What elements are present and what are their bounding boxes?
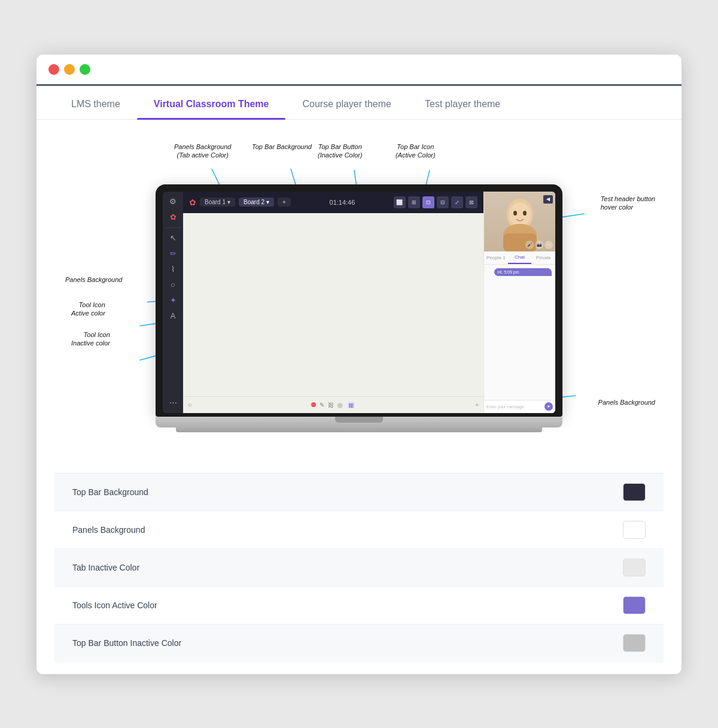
vc-bottom-left: ○	[188, 401, 192, 408]
vc-tb-btn-6: ⊠	[466, 196, 477, 208]
setting-label-tab-inactive: Tab Inactive Color	[72, 563, 139, 572]
vc-bottom-right: +	[475, 402, 479, 408]
vc-vid-icon-1: 🎤	[525, 241, 534, 249]
color-swatch-topbar-bg[interactable]	[623, 483, 646, 501]
annotation-panels-bg-left: Panels Background	[65, 275, 122, 284]
tool-cursor-icon: ↖	[166, 232, 180, 245]
svg-point-15	[513, 211, 517, 216]
setting-label-panels-bg: Panels Background	[72, 525, 145, 535]
tool-more-icon: ⋯	[166, 396, 180, 410]
tab-virtual-classroom[interactable]: Virtual Classroom Theme	[137, 86, 286, 119]
annotation-test-header: Test header buttonhover color	[601, 195, 655, 212]
vc-video-feed: ◀ 🎤 📷 ⋯	[484, 192, 555, 251]
annotation-topbar-btn-inactive1: Top Bar Button(Inactive Color)	[318, 142, 363, 160]
maximize-dot[interactable]	[80, 64, 90, 75]
titlebar	[36, 54, 682, 86]
annotation-panels-bg-tab: Panels Background(Tab active Color)	[174, 142, 231, 160]
vc-rec-dot	[311, 402, 316, 407]
annotation-tool-icon-inactive: Tool IconInactive color	[71, 330, 110, 348]
vc-tb-btn-4: ⊟	[437, 196, 449, 208]
annotation-topbar-bg: Top Bar Background	[252, 142, 312, 151]
vc-small-icon-1: +	[475, 402, 479, 408]
setting-row-topbar-btn-inactive: Top Bar Button Inactive Color	[54, 624, 664, 662]
vc-topbar-right: ⬜ ⊞ ⊡ ⊟ ⤢ ⊠	[394, 196, 477, 208]
setting-row-panels-bg: Panels Background	[54, 511, 664, 549]
vc-logo-icon: ✿	[189, 198, 196, 207]
vc-tb-btn-1: ⬜	[394, 196, 406, 208]
tool-brush-icon: ⌇	[166, 263, 180, 276]
vc-tab-people: People 1	[484, 251, 508, 264]
vc-tab-private: Private	[531, 251, 555, 264]
annotation-topbar-icon-active: Top Bar Icon(Active Color)	[395, 142, 436, 160]
vc-tb-btn-5: ⤢	[451, 196, 463, 208]
setting-label-topbar-btn-inactive: Top Bar Button Inactive Color	[72, 638, 181, 648]
tab-lms[interactable]: LMS theme	[54, 86, 137, 119]
app-window: LMS theme Virtual Classroom Theme Course…	[36, 54, 682, 675]
tool-text-icon: A	[166, 310, 180, 323]
setting-label-tools-active: Tools Icon Active Color	[72, 600, 157, 610]
setting-label-topbar-bg: Top Bar Background	[72, 487, 148, 497]
color-swatch-tools-active[interactable]	[623, 596, 646, 614]
vc-time-display: 01:14:46	[330, 199, 355, 206]
vc-messages: Hi, 5:09 pm	[484, 265, 555, 400]
vc-tool-active-icon: ▦	[346, 402, 355, 408]
vc-tab-chat: Chat	[508, 251, 532, 264]
vc-bottom-bar: ○ ✎ ⛓ ◎ ▦ +	[183, 396, 483, 413]
settings-area: Top Bar Background Panels Background Tab…	[54, 473, 664, 662]
setting-row-topbar-bg: Top Bar Background	[54, 474, 664, 511]
vc-vid-icon-3: ⋯	[544, 241, 553, 249]
vc-right-panel: ◀ 🎤 📷 ⋯ People 1	[483, 192, 555, 413]
annotation-panels-bg-right: Panels Background	[598, 398, 655, 407]
laptop-notch	[335, 417, 383, 423]
tool-circle-icon: ○	[166, 278, 180, 292]
vc-board1-tab: Board 1 ▾	[200, 198, 235, 207]
vc-tb-btn-active: ⊡	[422, 196, 434, 208]
vc-tool-icon-3: ◎	[337, 402, 343, 408]
annotation-tool-icon-active: Tool IconActive color	[71, 301, 105, 318]
vc-message-1: Hi, 5:09 pm	[494, 268, 552, 276]
laptop-screen-inner: ⚙ ✿ ↖ ✏ ⌇ ○ ✦ A ⋯	[163, 192, 555, 413]
tab-bar: LMS theme Virtual Classroom Theme Course…	[36, 86, 682, 120]
color-swatch-topbar-btn-inactive[interactable]	[623, 634, 646, 652]
vc-vid-icon-2: 📷	[535, 241, 543, 249]
diagram-area: Panels Background(Tab active Color) Top …	[54, 138, 664, 473]
svg-point-14	[509, 202, 531, 226]
vc-bottom-center: ✎ ⛓ ◎ ▦	[311, 402, 355, 408]
vc-panel-collapse-btn: ◀	[543, 195, 553, 204]
laptop-base	[156, 417, 562, 427]
tool-snowflake-icon: ✿	[166, 211, 180, 224]
vc-chat-input[interactable]: Enter your message ➤	[484, 400, 555, 413]
main-content: Panels Background(Tab active Color) Top …	[36, 120, 682, 674]
vc-chat-tabs: People 1 Chat Private	[484, 251, 555, 265]
vc-board2-tab: Board 2 ▾	[239, 198, 274, 207]
vc-chat-area: People 1 Chat Private Hi, 5:09 pm Enter …	[484, 251, 555, 413]
color-swatch-panels-bg[interactable]	[623, 521, 646, 539]
tab-test-player[interactable]: Test player theme	[408, 86, 517, 119]
vc-tool-icon-1: ✎	[320, 402, 324, 408]
vc-topbar-left: ✿ Board 1 ▾ Board 2 ▾ +	[189, 198, 291, 207]
color-swatch-tab-inactive[interactable]	[623, 559, 646, 577]
tool-pen-icon: ✏	[166, 247, 180, 260]
vc-add-board-btn: +	[278, 198, 291, 207]
laptop-screen-outer: ⚙ ✿ ↖ ✏ ⌇ ○ ✦ A ⋯	[156, 184, 562, 417]
vc-canvas	[183, 213, 483, 396]
vc-video-icons: 🎤 📷 ⋯	[525, 241, 553, 249]
vc-tool-icon-2: ⛓	[328, 402, 334, 408]
vc-toolbar: ⚙ ✿ ↖ ✏ ⌇ ○ ✦ A ⋯	[163, 192, 183, 413]
vc-topbar: ✿ Board 1 ▾ Board 2 ▾ + 01:14:46 ⬜ ⊞ ⊡	[183, 192, 483, 213]
vc-tb-btn-2: ⊞	[408, 196, 420, 208]
close-dot[interactable]	[48, 64, 59, 75]
setting-row-tab-inactive: Tab Inactive Color	[54, 549, 664, 587]
vc-zoom-icon: ○	[188, 401, 192, 408]
vc-input-placeholder: Enter your message	[486, 405, 543, 409]
tool-settings-icon: ⚙	[166, 195, 180, 208]
vc-main-area: ✿ Board 1 ▾ Board 2 ▾ + 01:14:46 ⬜ ⊞ ⊡	[183, 192, 483, 413]
tool-star-icon: ✦	[166, 294, 180, 307]
setting-row-tools-active: Tools Icon Active Color	[54, 587, 664, 624]
vc-send-btn[interactable]: ➤	[544, 402, 553, 411]
minimize-dot[interactable]	[64, 64, 75, 75]
laptop-foot	[176, 427, 542, 432]
laptop-mockup: ⚙ ✿ ↖ ✏ ⌇ ○ ✦ A ⋯	[156, 184, 562, 432]
svg-point-16	[523, 211, 527, 216]
tab-course-player[interactable]: Course player theme	[285, 86, 408, 119]
